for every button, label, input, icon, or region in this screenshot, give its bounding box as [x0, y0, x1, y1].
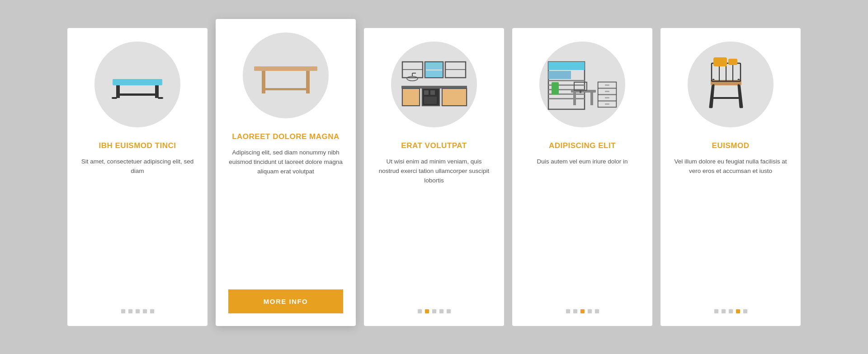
card-1: IBH EUISMOD TINCI Sit amet, consectetuer…: [67, 28, 208, 326]
svg-rect-43: [580, 90, 581, 93]
svg-rect-51: [605, 97, 609, 98]
chair-icon: [703, 55, 758, 114]
card-2: LAOREET DOLORE MAGNA Adipiscing elit, se…: [216, 19, 356, 326]
svg-rect-13: [425, 62, 443, 70]
card-5-title: EUISMOD: [712, 141, 750, 151]
dot: [432, 309, 436, 313]
dot: [143, 309, 147, 313]
kitchen-icon: [398, 60, 470, 109]
svg-rect-2: [155, 85, 159, 98]
card-3: ERAT VOLUTPAT Ut wisi enim ad minim veni…: [364, 28, 504, 326]
dot: [729, 309, 733, 313]
cards-container: IBH EUISMOD TINCI Sit amet, consectetuer…: [40, 10, 828, 344]
svg-rect-3: [118, 93, 157, 96]
card-5: EUISMOD Vel illum dolore eu feugiat null…: [660, 28, 801, 326]
card-4: ADIPISCING ELIT Duis autem vel eum iriur…: [512, 28, 652, 326]
card-5-icon-circle: [688, 42, 774, 127]
dot: [714, 309, 718, 313]
svg-rect-32: [548, 71, 571, 79]
dot: [128, 309, 132, 313]
svg-rect-23: [430, 90, 435, 95]
dot: [722, 309, 726, 313]
card-2-icon-circle: [243, 33, 329, 118]
svg-rect-26: [443, 89, 466, 105]
card-1-body: Sit amet, consectetuer adipiscing elit, …: [80, 157, 195, 298]
bench-icon: [108, 66, 167, 102]
svg-rect-31: [548, 62, 585, 70]
dot-active: [580, 309, 585, 313]
table-icon: [252, 53, 320, 98]
svg-rect-52: [605, 103, 609, 105]
svg-rect-22: [424, 90, 429, 95]
dot: [121, 309, 125, 313]
dot: [588, 309, 592, 313]
svg-rect-0: [113, 79, 162, 85]
card-1-title: IBH EUISMOD TINCI: [99, 141, 176, 151]
card-5-body: Vel illum dolore eu feugiat nulla facili…: [673, 157, 788, 298]
svg-rect-60: [713, 57, 727, 66]
svg-rect-40: [573, 93, 576, 105]
dot: [136, 309, 140, 313]
card-2-title: LAOREET DOLORE MAGNA: [232, 132, 340, 142]
svg-point-27: [407, 76, 418, 81]
svg-rect-6: [254, 66, 317, 71]
dot: [447, 309, 451, 313]
card-3-dots: [418, 309, 451, 313]
card-4-icon-circle: [539, 42, 625, 127]
card-4-body: Duis autem vel eum iriure dolor in: [537, 157, 627, 298]
card-1-dots: [121, 309, 154, 313]
dot: [439, 309, 443, 313]
card-5-dots: [714, 309, 747, 313]
svg-rect-49: [605, 84, 609, 86]
dot: [595, 309, 599, 313]
card-4-title: ADIPISCING ELIT: [549, 141, 616, 151]
dot-active: [425, 309, 429, 313]
svg-rect-37: [548, 98, 585, 99]
svg-rect-41: [590, 93, 593, 105]
card-1-icon-circle: [94, 42, 180, 127]
svg-rect-1: [116, 85, 120, 98]
svg-rect-19: [403, 89, 419, 105]
card-3-body: Ut wisi enim ad minim veniam, quis nostr…: [377, 157, 491, 298]
svg-rect-61: [728, 59, 737, 65]
dot-active: [736, 309, 740, 313]
svg-rect-38: [552, 82, 559, 95]
svg-rect-14: [425, 70, 443, 77]
card-3-title: ERAT VOLUTPAT: [401, 141, 467, 151]
dot: [573, 309, 577, 313]
svg-rect-24: [424, 97, 437, 104]
card-4-dots: [566, 309, 599, 313]
dot: [566, 309, 570, 313]
dot: [418, 309, 422, 313]
more-info-button[interactable]: MORE INFO: [228, 289, 343, 313]
card-2-body: Adipiscing elit, sed diam nonummy nibh e…: [228, 148, 343, 279]
svg-rect-33: [548, 80, 585, 81]
svg-rect-9: [264, 88, 308, 90]
card-3-icon-circle: [391, 42, 477, 127]
svg-rect-50: [605, 91, 609, 92]
dot: [743, 309, 747, 313]
office-icon: [546, 57, 618, 112]
dot: [150, 309, 154, 313]
